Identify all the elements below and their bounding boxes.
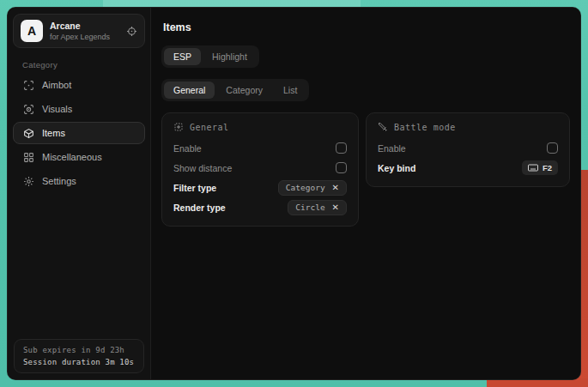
grid-icon (23, 152, 34, 163)
tab-list[interactable]: List (274, 82, 306, 99)
settings-cards: General Enable Show distance Filter type… (161, 112, 570, 227)
setting-row-key-bind: Key bind F2 (378, 158, 558, 178)
target-icon[interactable] (126, 26, 137, 37)
app-titles: Arcane for Apex Legends (50, 21, 119, 41)
setting-label: Show distance (173, 163, 232, 173)
mode-tabs: ESP Highlight (161, 45, 259, 68)
setting-row-enable: Enable (173, 138, 347, 158)
sidebar: A Arcane for Apex Legends Category (8, 8, 151, 379)
sidebar-item-miscellaneous[interactable]: Miscellaneous (13, 146, 145, 168)
main-content: Items ESP Highlight General Category Lis… (151, 8, 580, 379)
session-duration-text: Session duration 3m 10s (23, 358, 135, 366)
tab-general[interactable]: General (164, 82, 215, 99)
battle-mode-card: Battle mode Enable Key bind (366, 112, 570, 187)
card-title: General (190, 123, 229, 132)
app-logo: A (21, 20, 43, 42)
filter-type-value: Category (286, 183, 325, 192)
setting-row-enable: Enable (378, 138, 558, 158)
show-distance-checkbox[interactable] (336, 162, 347, 173)
sidebar-item-label: Visuals (42, 104, 72, 114)
view-tabs: General Category List (161, 79, 309, 101)
gear-icon (23, 176, 34, 187)
render-type-select[interactable]: Circle ✕ (288, 200, 347, 215)
sidebar-item-label: Aimbot (42, 80, 71, 90)
keybind-value: F2 (543, 163, 552, 172)
sidebar-item-items[interactable]: Items (13, 122, 145, 144)
eye-scan-icon (23, 104, 34, 115)
close-icon[interactable]: ✕ (332, 203, 339, 212)
sidebar-item-settings[interactable]: Settings (13, 170, 145, 192)
battle-enable-checkbox[interactable] (547, 142, 558, 154)
sidebar-item-visuals[interactable]: Visuals (13, 98, 145, 120)
sidebar-item-aimbot[interactable]: Aimbot (13, 74, 145, 96)
keybind-button[interactable]: F2 (522, 160, 558, 175)
app-subtitle: for Apex Legends (50, 33, 119, 41)
card-title: Battle mode (394, 123, 456, 132)
crosshair-scan-icon (23, 80, 34, 91)
battle-mode-card-header: Battle mode (378, 122, 558, 132)
setting-row-filter-type: Filter type Category ✕ (173, 178, 347, 197)
setting-label: Filter type (173, 183, 216, 193)
app-header-card: A Arcane for Apex Legends (13, 14, 145, 48)
category-section-label: Category (22, 60, 150, 70)
filter-type-select[interactable]: Category ✕ (278, 180, 347, 196)
setting-label: Enable (378, 143, 406, 154)
close-icon[interactable]: ✕ (332, 184, 339, 192)
sword-icon (378, 122, 388, 132)
sidebar-item-label: Items (42, 128, 65, 138)
tab-esp[interactable]: ESP (164, 48, 201, 65)
crosshair-frame-icon (173, 122, 184, 132)
overlay-window: A Arcane for Apex Legends Category (7, 7, 581, 380)
app-title: Arcane (50, 21, 119, 31)
general-card-header: General (173, 122, 347, 132)
setting-label: Render type (173, 203, 226, 213)
sidebar-nav: Aimbot Visuals Items (8, 73, 150, 193)
setting-row-show-distance: Show distance (173, 158, 347, 178)
sub-expiry-text: Sub expires in 9d 23h (23, 346, 135, 354)
tab-category[interactable]: Category (216, 82, 272, 99)
package-icon (23, 128, 34, 139)
subscription-info-card: Sub expires in 9d 23h Session duration 3… (14, 339, 144, 373)
enable-checkbox[interactable] (336, 142, 347, 154)
page-title: Items (163, 21, 570, 33)
general-card: General Enable Show distance Filter type… (161, 112, 359, 227)
setting-label: Key bind (378, 163, 415, 173)
sidebar-item-label: Miscellaneous (42, 152, 102, 162)
setting-row-render-type: Render type Circle ✕ (173, 197, 347, 217)
keyboard-icon (528, 164, 538, 172)
tab-highlight[interactable]: Highlight (203, 48, 257, 65)
setting-label: Enable (173, 143, 202, 154)
sidebar-item-label: Settings (42, 176, 76, 186)
render-type-value: Circle (295, 203, 324, 212)
